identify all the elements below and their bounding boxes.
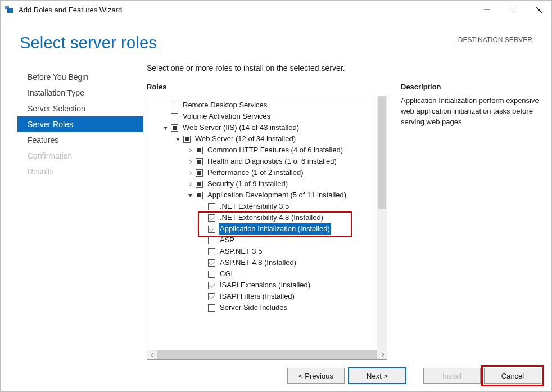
tree-node[interactable]: ASP.NET 3.5: [151, 246, 387, 257]
minimize-button[interactable]: [474, 1, 500, 18]
scroll-left-icon[interactable]: [147, 350, 157, 359]
checkbox[interactable]: [208, 293, 215, 300]
checkbox[interactable]: [171, 102, 178, 109]
checkbox[interactable]: [196, 181, 203, 188]
expander-spacer: [199, 282, 206, 289]
page-header: Select server roles DESTINATION SERVER: [1, 19, 551, 57]
tree-node[interactable]: Security (1 of 9 installed): [151, 178, 387, 190]
window-controls: [474, 1, 551, 18]
tree-node-label: Remote Desktop Services: [182, 100, 268, 111]
step-features[interactable]: Features: [22, 132, 147, 148]
next-button[interactable]: Next >: [348, 367, 406, 384]
chevron-right-icon[interactable]: [187, 158, 193, 165]
svg-marker-7: [176, 138, 180, 141]
roles-tree-container: Remote Desktop ServicesVolume Activation…: [147, 96, 387, 360]
expander-spacer: [199, 271, 206, 277]
checkbox[interactable]: [171, 124, 178, 132]
tree-node-label: ASP.NET 4.8 (Installed): [219, 257, 297, 268]
expander-spacer: [199, 203, 206, 210]
tree-node-label: ASP.NET 3.5: [219, 246, 263, 257]
tree-node[interactable]: Web Server (12 of 34 installed): [151, 133, 387, 145]
tree-node[interactable]: Remote Desktop Services: [151, 100, 387, 111]
wizard-steps-sidebar: Before You Begin Installation Type Serve…: [1, 60, 147, 360]
checkbox[interactable]: [208, 248, 215, 255]
tree-node-label: .NET Extensibility 4.8 (Installed): [219, 212, 324, 223]
checkbox[interactable]: [208, 259, 215, 267]
cancel-button[interactable]: Cancel: [484, 368, 541, 384]
tree-node-label: .NET Extensibility 3.5: [219, 201, 290, 212]
titlebar: Add Roles and Features Wizard: [1, 1, 551, 19]
expander-spacer: [199, 214, 206, 221]
tree-node-label: Health and Diagnostics (1 of 6 installed…: [206, 156, 338, 167]
svg-rect-1: [7, 8, 13, 13]
description-text: Application Initialization perform expen…: [401, 96, 541, 128]
tree-node[interactable]: .NET Extensibility 4.8 (Installed): [151, 212, 387, 223]
tree-node-label: CGI: [219, 268, 234, 280]
checkbox[interactable]: [208, 237, 215, 244]
expander-spacer: [199, 293, 206, 300]
checkbox[interactable]: [208, 226, 215, 233]
checkbox[interactable]: [208, 214, 215, 222]
chevron-down-icon[interactable]: [162, 124, 169, 131]
chevron-right-icon[interactable]: [187, 181, 193, 187]
checkbox[interactable]: [171, 113, 178, 120]
chevron-down-icon[interactable]: [187, 192, 193, 199]
tree-node[interactable]: CGI: [151, 268, 387, 280]
columns: Roles Remote Desktop ServicesVolume Acti…: [147, 83, 541, 360]
tree-node[interactable]: Volume Activation Services: [151, 111, 387, 122]
expander-spacer: [199, 226, 206, 232]
tree-node[interactable]: .NET Extensibility 3.5: [151, 201, 387, 212]
main-panel: Select one or more roles to install on t…: [147, 60, 541, 360]
checkbox[interactable]: [196, 192, 203, 199]
step-results: Results: [22, 164, 147, 179]
checkbox[interactable]: [208, 271, 215, 278]
chevron-right-icon[interactable]: [187, 147, 193, 154]
tree-node[interactable]: Health and Diagnostics (1 of 6 installed…: [151, 156, 387, 167]
svg-marker-8: [188, 194, 192, 197]
cancel-button-label: Cancel: [501, 372, 524, 380]
roles-label: Roles: [147, 83, 387, 91]
tree-node-label: ASP: [219, 235, 236, 246]
checkbox[interactable]: [196, 169, 203, 177]
expander-spacer: [199, 304, 206, 311]
tree-node[interactable]: ASP: [151, 235, 387, 246]
step-server-selection[interactable]: Server Selection: [22, 101, 147, 116]
roles-tree[interactable]: Remote Desktop ServicesVolume Activation…: [147, 96, 387, 350]
chevron-down-icon[interactable]: [174, 136, 181, 142]
tree-node[interactable]: Performance (1 of 2 installed): [151, 167, 387, 178]
tree-node-label: Performance (1 of 2 installed): [206, 167, 305, 178]
expander-spacer: [199, 248, 206, 255]
previous-button[interactable]: < Previous: [287, 368, 345, 384]
checkbox[interactable]: [196, 147, 203, 154]
destination-server-label: DESTINATION SERVER: [458, 34, 532, 44]
maximize-button[interactable]: [500, 1, 526, 18]
checkbox[interactable]: [196, 158, 203, 165]
tree-node-label: ISAPI Filters (Installed): [219, 291, 296, 302]
install-button: Install: [423, 368, 481, 384]
expander-spacer: [199, 237, 206, 244]
checkbox[interactable]: [208, 282, 215, 289]
scroll-right-icon[interactable]: [377, 350, 387, 359]
vertical-scrollbar[interactable]: [377, 96, 387, 350]
checkbox[interactable]: [208, 203, 215, 210]
step-confirmation: Confirmation: [22, 148, 147, 164]
step-before-you-begin[interactable]: Before You Begin: [22, 69, 147, 85]
roles-column: Roles Remote Desktop ServicesVolume Acti…: [147, 83, 387, 360]
tree-node-label: Application Development (5 of 11 install…: [206, 190, 347, 201]
checkbox[interactable]: [183, 136, 191, 143]
close-button[interactable]: [526, 1, 551, 18]
tree-node[interactable]: ISAPI Filters (Installed): [151, 291, 387, 302]
step-server-roles[interactable]: Server Roles: [17, 116, 143, 132]
tree-node[interactable]: Common HTTP Features (4 of 6 installed): [151, 145, 387, 156]
horizontal-scrollbar[interactable]: [147, 350, 387, 359]
checkbox[interactable]: [208, 304, 215, 312]
tree-node[interactable]: ISAPI Extensions (Installed): [151, 280, 387, 291]
tree-node[interactable]: Application Initialization (Installed): [151, 223, 387, 235]
tree-node[interactable]: Application Development (5 of 11 install…: [151, 190, 387, 201]
tree-node[interactable]: Server Side Includes: [151, 302, 387, 313]
tree-node[interactable]: ASP.NET 4.8 (Installed): [151, 257, 387, 268]
tree-node[interactable]: Web Server (IIS) (14 of 43 installed): [151, 122, 387, 133]
expander-spacer: [162, 102, 169, 109]
chevron-right-icon[interactable]: [187, 169, 193, 176]
step-installation-type[interactable]: Installation Type: [22, 85, 147, 101]
